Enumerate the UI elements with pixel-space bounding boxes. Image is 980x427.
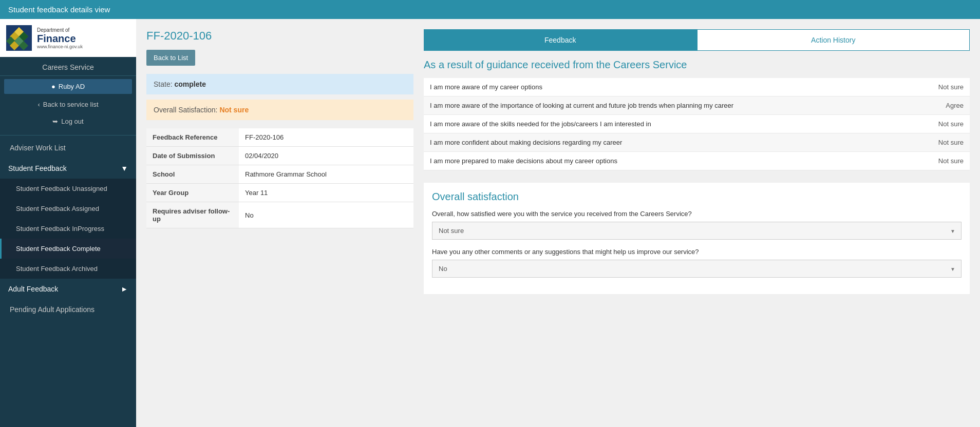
service-name: Careers Service: [0, 57, 136, 76]
state-value: complete: [174, 80, 205, 88]
state-row: State: complete: [146, 74, 413, 94]
department-logo: [6, 25, 32, 51]
feedback-row: I am more confident about making decisio…: [424, 133, 970, 152]
tab-bar: Feedback Action History: [424, 29, 970, 51]
feedback-row: I am more aware of the skills needed for…: [424, 115, 970, 133]
feedback-question: I am more aware of my career options: [424, 78, 860, 96]
sidebar-item-student-feedback[interactable]: Student Feedback ▼: [0, 158, 136, 179]
sidebar: Department of Finance www.finance-ni.gov…: [0, 19, 136, 427]
record-id: FF-2020-106: [146, 29, 413, 43]
tab-action-history[interactable]: Action History: [697, 29, 970, 51]
user-icon: ●: [51, 83, 55, 90]
student-feedback-subnav: Student Feedback Unassigned Student Feed…: [0, 179, 136, 279]
details-row: Feedback ReferenceFF-2020-106: [146, 128, 413, 147]
details-row: Year GroupYear 11: [146, 184, 413, 202]
field-value: FF-2020-106: [239, 128, 413, 147]
satisfaction-label: Overall Satisfaction:: [154, 106, 218, 114]
chevron-down-icon: ▼: [121, 164, 128, 172]
sidebar-item-adviser-work-list[interactable]: Adviser Work List: [0, 138, 136, 158]
page-title: Student feedback details view: [8, 5, 110, 14]
field-value: No: [239, 202, 413, 228]
feedback-table: I am more aware of my career optionsNot …: [424, 78, 970, 170]
field-value: Rathmore Grammar School: [239, 165, 413, 184]
back-to-service-button[interactable]: ‹ Back to service list: [4, 97, 132, 112]
field-value: Year 11: [239, 184, 413, 202]
url-label: www.finance-ni.gov.uk: [37, 44, 83, 49]
state-label: State:: [154, 80, 173, 88]
question2-label: Have you any other comments or any sugge…: [432, 248, 962, 256]
feedback-question: I am more prepared to make decisions abo…: [424, 152, 860, 170]
overall-satisfaction-section: Overall satisfaction Overall, how satisf…: [424, 183, 970, 294]
field-label: Year Group: [146, 184, 239, 202]
comments-select[interactable]: No: [432, 260, 962, 278]
comments-select-wrapper: No: [432, 260, 962, 278]
field-label: Date of Submission: [146, 147, 239, 165]
feedback-question: I am more aware of the importance of loo…: [424, 96, 860, 115]
left-panel: FF-2020-106 Back to List State: complete…: [146, 29, 413, 417]
details-row: Date of Submission02/04/2020: [146, 147, 413, 165]
sidebar-item-feedback-assigned[interactable]: Student Feedback Assigned: [0, 199, 136, 219]
sidebar-item-pending-adult-applications[interactable]: Pending Adult Applications: [0, 299, 136, 320]
logo-area: Department of Finance www.finance-ni.gov…: [0, 19, 136, 57]
sidebar-item-adult-feedback[interactable]: Adult Feedback ►: [0, 279, 136, 299]
details-row: Requires adviser follow-upNo: [146, 202, 413, 228]
satisfaction-select[interactable]: Not sure: [432, 222, 962, 240]
feedback-answer: Agree: [860, 96, 970, 115]
feedback-answer: Not sure: [860, 78, 970, 96]
main-layout: Department of Finance www.finance-ni.gov…: [0, 19, 980, 427]
sidebar-item-feedback-archived[interactable]: Student Feedback Archived: [0, 259, 136, 279]
sidebar-item-feedback-complete[interactable]: Student Feedback Complete: [0, 239, 136, 259]
feedback-row: I am more aware of the importance of loo…: [424, 96, 970, 115]
feedback-answer: Not sure: [860, 115, 970, 133]
feedback-question: I am more aware of the skills needed for…: [424, 115, 860, 133]
details-table: Feedback ReferenceFF-2020-106Date of Sub…: [146, 128, 413, 228]
back-to-service-label: Back to service list: [43, 101, 99, 108]
feedback-answer: Not sure: [860, 152, 970, 170]
feedback-answer: Not sure: [860, 133, 970, 152]
field-label: Feedback Reference: [146, 128, 239, 147]
finance-label: Finance: [37, 33, 83, 44]
feedback-row: I am more aware of my career optionsNot …: [424, 78, 970, 96]
user-name: Ruby AD: [59, 83, 85, 90]
logo-text: Department of Finance www.finance-ni.gov…: [37, 27, 83, 49]
top-bar: Student feedback details view: [0, 0, 980, 19]
details-row: SchoolRathmore Grammar School: [146, 165, 413, 184]
field-value: 02/04/2020: [239, 147, 413, 165]
feedback-section-title: As a result of guidance received from th…: [424, 59, 970, 71]
content-area: FF-2020-106 Back to List State: complete…: [136, 19, 980, 427]
feedback-question: I am more confident about making decisio…: [424, 133, 860, 152]
tab-feedback[interactable]: Feedback: [424, 29, 697, 51]
logout-icon: ➥: [52, 118, 58, 125]
question1-label: Overall, how satisfied were you with the…: [432, 210, 962, 218]
satisfaction-select-wrapper: Not sure: [432, 222, 962, 240]
field-label: Requires adviser follow-up: [146, 202, 239, 228]
satisfaction-value: Not sure: [219, 106, 249, 114]
field-label: School: [146, 165, 239, 184]
feedback-row: I am more prepared to make decisions abo…: [424, 152, 970, 170]
dept-label: Department of: [37, 27, 83, 33]
logout-button[interactable]: ➥ Log out: [4, 114, 132, 129]
sidebar-item-feedback-inprogress[interactable]: Student Feedback InProgress: [0, 219, 136, 239]
chevron-right-icon: ►: [121, 285, 128, 293]
right-panel: Feedback Action History As a result of g…: [424, 29, 970, 417]
satisfaction-row: Overall Satisfaction: Not sure: [146, 100, 413, 120]
user-button[interactable]: ● Ruby AD: [4, 79, 132, 94]
overall-satisfaction-title: Overall satisfaction: [432, 191, 962, 203]
back-to-list-button[interactable]: Back to List: [146, 50, 195, 66]
sidebar-item-feedback-unassigned[interactable]: Student Feedback Unassigned: [0, 179, 136, 199]
sidebar-divider: [0, 135, 136, 135]
back-icon: ‹: [38, 101, 40, 108]
logout-label: Log out: [61, 118, 83, 125]
